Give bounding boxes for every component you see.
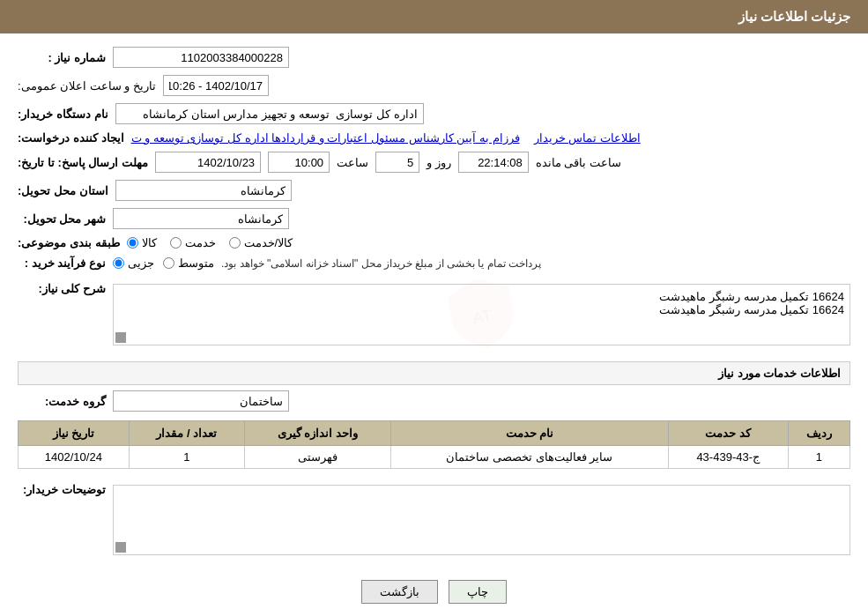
bottom-buttons: چاپ بازگشت bbox=[18, 580, 850, 604]
category-kala-item: کالا bbox=[127, 236, 157, 249]
cell-name: سایر فعالیت‌های تخصصی ساختمان bbox=[390, 446, 668, 469]
col-radif: ردیف bbox=[788, 421, 849, 446]
category-khedmat-item: خدمت bbox=[170, 236, 216, 249]
table-row: 1 ج-43-439-43 سایر فعالیت‌های تخصصی ساخت… bbox=[19, 446, 850, 469]
city-row: شهر محل تحویل: bbox=[18, 208, 850, 229]
creator-label: ایجاد کننده درخواست: bbox=[18, 131, 124, 145]
need-number-input[interactable] bbox=[113, 47, 289, 68]
deadline-days-input[interactable] bbox=[375, 152, 419, 173]
purchase-motavaset-label: متوسط bbox=[178, 256, 214, 270]
deadline-time-label: ساعت bbox=[337, 156, 368, 169]
category-label: طبقه بندی موضوعی: bbox=[18, 236, 120, 249]
buyer-org-label: نام دستگاه خریدار: bbox=[18, 108, 108, 121]
cell-unit: فهرستی bbox=[245, 446, 391, 469]
service-group-label: گروه خدمت: bbox=[18, 395, 106, 408]
category-radio-group: کالا/خدمت خدمت کالا bbox=[127, 236, 293, 249]
need-desc-container: AT 16624 تکمیل مدرسه رشبگر ماهیدشت 16624… bbox=[113, 277, 850, 353]
purchase-jozei-label: جزیی bbox=[128, 256, 154, 270]
need-desc-label: شرح کلی نیاز: bbox=[18, 277, 106, 295]
creator-contact-link[interactable]: اطلاعات تماس خریدار bbox=[534, 131, 641, 145]
col-date: تاریخ نیاز bbox=[19, 421, 130, 446]
deadline-label: مهلت ارسال پاسخ: تا تاریخ: bbox=[18, 156, 148, 169]
buyer-desc-container bbox=[113, 478, 850, 562]
city-label: شهر محل تحویل: bbox=[18, 212, 106, 226]
need-number-label: شماره نیاز : bbox=[18, 51, 106, 64]
header-title: جزئیات اطلاعات نیاز bbox=[738, 9, 850, 24]
buyer-desc-label: توضیحات خریدار: bbox=[18, 478, 106, 496]
category-row: کالا/خدمت خدمت کالا طبقه بندی موضوعی: bbox=[18, 236, 850, 249]
buyer-desc-section: توضیحات خریدار: bbox=[18, 478, 850, 562]
services-table: ردیف کد حدمت نام حدمت واحد اندازه گیری ت… bbox=[18, 420, 850, 469]
need-desc-text2: 16624 تکمیل مدرسه رشبگر ماهیدشت bbox=[119, 303, 844, 316]
deadline-day-label: روز و bbox=[427, 156, 451, 169]
province-input[interactable] bbox=[115, 180, 292, 201]
cell-radif: 1 bbox=[788, 446, 849, 469]
category-kala-khedmat-radio[interactable] bbox=[229, 237, 241, 249]
category-kala-khedmat-label: کالا/خدمت bbox=[244, 236, 293, 249]
services-info-title: اطلاعات خدمات مورد نیاز bbox=[18, 361, 850, 385]
resize-handle[interactable] bbox=[115, 332, 126, 343]
buyer-org-row: نام دستگاه خریدار: bbox=[18, 103, 850, 124]
purchase-type-row: پرداخت تمام یا بخشی از مبلغ خریداز محل "… bbox=[18, 256, 850, 270]
creator-row: اطلاعات تماس خریدار فرزام به آیین کارشنا… bbox=[18, 131, 850, 145]
service-group-row: گروه خدمت: bbox=[18, 390, 850, 412]
content-area: شماره نیاز : تاریخ و ساعت اعلان عمومی: ن… bbox=[0, 33, 868, 609]
table-header: ردیف کد حدمت نام حدمت واحد اندازه گیری ت… bbox=[19, 421, 850, 446]
province-row: استان محل تحویل: bbox=[18, 180, 850, 201]
announce-datetime-label: تاریخ و ساعت اعلان عمومی: bbox=[18, 79, 156, 93]
page-wrapper: جزئیات اطلاعات نیاز شماره نیاز : تاریخ و… bbox=[0, 0, 868, 609]
need-desc-text: 16624 تکمیل مدرسه رشبگر ماهیدشت bbox=[119, 290, 844, 303]
service-group-input[interactable] bbox=[113, 390, 289, 412]
city-input[interactable] bbox=[113, 208, 289, 229]
creator-link[interactable]: فرزام به آیین کارشناس مسئول اعتبارات و ق… bbox=[131, 131, 520, 145]
announce-datetime-row: تاریخ و ساعت اعلان عمومی: bbox=[18, 75, 850, 96]
page-title: جزئیات اطلاعات نیاز bbox=[0, 0, 868, 33]
category-kala-radio[interactable] bbox=[127, 237, 138, 249]
category-khedmat-radio[interactable] bbox=[170, 237, 182, 249]
deadline-time-input[interactable] bbox=[268, 152, 330, 173]
need-desc-section: AT 16624 تکمیل مدرسه رشبگر ماهیدشت 16624… bbox=[18, 277, 850, 353]
col-name: نام حدمت bbox=[390, 421, 668, 446]
cell-code: ج-43-439-43 bbox=[668, 446, 788, 469]
col-unit: واحد اندازه گیری bbox=[245, 421, 391, 446]
buyer-desc-resize-handle[interactable] bbox=[115, 542, 126, 553]
purchase-type-label: نوع فرآیند خرید : bbox=[18, 256, 106, 270]
purchase-jozei-radio[interactable] bbox=[113, 257, 124, 269]
cell-count: 1 bbox=[129, 446, 244, 469]
deadline-remaining-label: ساعت باقی مانده bbox=[536, 156, 621, 169]
category-kala-khedmat-item: کالا/خدمت bbox=[229, 236, 293, 249]
category-khedmat-label: خدمت bbox=[185, 236, 216, 249]
deadline-row: ساعت باقی مانده روز و ساعت مهلت ارسال پا… bbox=[18, 152, 850, 173]
print-button[interactable]: چاپ bbox=[449, 580, 507, 604]
category-kala-label: کالا bbox=[142, 236, 157, 249]
buyer-desc-area bbox=[113, 485, 850, 555]
announce-datetime-input[interactable] bbox=[163, 75, 269, 96]
table-header-row: ردیف کد حدمت نام حدمت واحد اندازه گیری ت… bbox=[19, 421, 850, 446]
purchase-motavaset-radio[interactable] bbox=[163, 257, 174, 269]
table-body: 1 ج-43-439-43 سایر فعالیت‌های تخصصی ساخت… bbox=[19, 446, 850, 469]
cell-date: 1402/10/24 bbox=[19, 446, 130, 469]
purchase-note: پرداخت تمام یا بخشی از مبلغ خریداز محل "… bbox=[221, 257, 541, 270]
purchase-type-radio-group: متوسط جزیی bbox=[113, 256, 214, 270]
back-button[interactable]: بازگشت bbox=[361, 580, 438, 604]
need-desc-area: AT 16624 تکمیل مدرسه رشبگر ماهیدشت 16624… bbox=[113, 284, 850, 345]
need-number-row: شماره نیاز : bbox=[18, 47, 850, 68]
purchase-motavaset-item: متوسط bbox=[163, 256, 214, 270]
col-count: تعداد / مقدار bbox=[129, 421, 244, 446]
deadline-date-input[interactable] bbox=[155, 152, 261, 173]
buyer-org-input[interactable] bbox=[115, 103, 424, 124]
col-code: کد حدمت bbox=[668, 421, 788, 446]
deadline-remaining-input[interactable] bbox=[458, 152, 529, 173]
province-label: استان محل تحویل: bbox=[18, 184, 108, 197]
purchase-jozei-item: جزیی bbox=[113, 256, 154, 270]
